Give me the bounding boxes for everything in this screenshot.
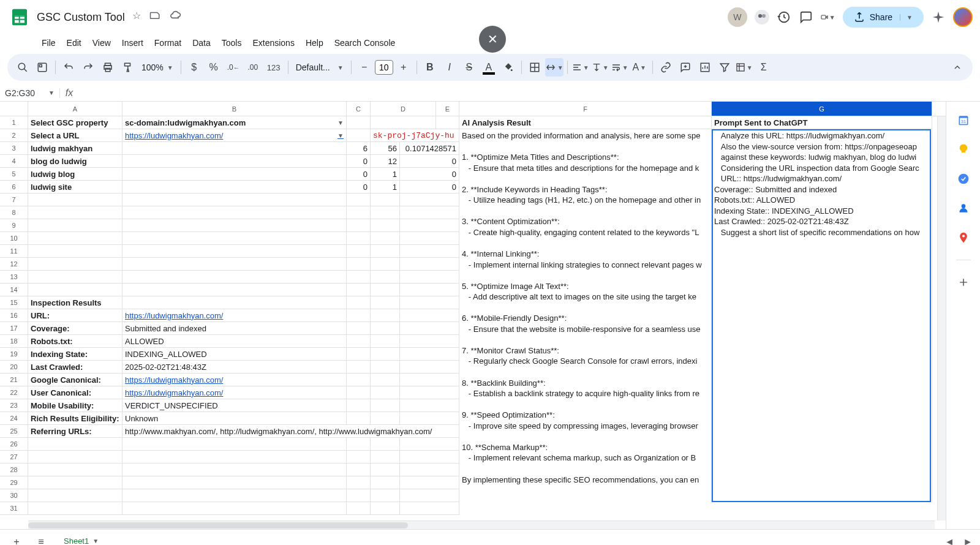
cell[interactable]: 0 [400,155,459,168]
cell[interactable] [400,361,459,374]
cell[interactable] [123,168,347,181]
cell[interactable] [28,284,123,296]
tab-scroll-right-icon[interactable]: ► [963,536,973,546]
cell[interactable] [400,309,459,322]
cell[interactable]: Select a URL [28,129,123,142]
cell[interactable]: AI Analysis Result [459,116,712,129]
cell[interactable] [371,219,400,232]
cell[interactable] [123,284,347,296]
row-header[interactable]: 12 [0,258,28,271]
row-header[interactable]: 31 [0,502,28,515]
cell[interactable] [371,412,400,425]
horizontal-scrollbar[interactable] [28,521,935,529]
comment-add-icon[interactable] [676,58,695,77]
cell[interactable] [400,451,459,464]
anonymous-collab-icon[interactable] [755,10,769,24]
row-header[interactable]: 4 [0,155,28,168]
cell[interactable] [28,464,123,476]
cell[interactable] [371,284,400,296]
cell[interactable] [347,386,371,399]
cell[interactable]: ludwig makhyan [28,142,123,155]
col-header-B[interactable]: B [123,102,347,116]
cell[interactable] [347,284,371,296]
sheets-logo[interactable] [7,5,32,29]
cell[interactable] [371,296,400,309]
cell[interactable] [400,412,459,425]
cell[interactable] [400,322,459,335]
col-header-E[interactable]: E [436,102,459,116]
cell[interactable]: Google Canonical: [28,374,123,386]
collaborator-avatar[interactable]: W [728,7,747,27]
cell[interactable]: http://www.makhyan.com/, http://ludwigma… [123,425,459,438]
row-header[interactable]: 7 [0,194,28,206]
cell[interactable] [371,245,400,258]
row-header[interactable]: 11 [0,245,28,258]
cell[interactable] [28,232,123,245]
share-dropdown-icon[interactable]: ▼ [900,14,913,21]
cell[interactable] [347,296,371,309]
cell[interactable] [123,232,347,245]
cell[interactable] [28,502,123,515]
row-header[interactable]: 25 [0,425,28,438]
cell[interactable] [123,155,347,168]
cell[interactable] [436,116,459,129]
cell[interactable] [28,271,123,284]
history-icon[interactable] [777,10,791,24]
cell[interactable] [347,271,371,284]
cell[interactable]: Robots.txt: [28,335,123,348]
cell[interactable]: Inspection Results [28,296,123,309]
cell[interactable] [347,322,371,335]
cell[interactable] [123,476,347,489]
menu-help[interactable]: Help [301,36,328,50]
cell[interactable] [400,296,459,309]
cell[interactable] [347,412,371,425]
cell[interactable] [347,489,371,502]
cell[interactable] [123,245,347,258]
cell[interactable]: Indexing State: [28,348,123,361]
cell[interactable] [400,284,459,296]
cell[interactable]: Based on the provided information and an… [459,129,712,503]
cell[interactable]: 2025-02-02T21:48:43Z [123,361,347,374]
menu-format[interactable]: Format [149,36,186,50]
cell[interactable]: https://ludwigmakhyan.com/ [123,386,347,399]
cell[interactable] [371,476,400,489]
font-size-input[interactable] [375,60,393,75]
row-header[interactable]: 29 [0,476,28,489]
cell[interactable]: Prompt Sent to ChatGPT [712,116,932,129]
cell[interactable]: Referring URLs: [28,425,123,438]
cell[interactable] [371,374,400,386]
cell[interactable] [28,489,123,502]
cell[interactable] [400,245,459,258]
cell[interactable]: 0 [347,181,371,194]
star-icon[interactable]: ☆ [132,10,141,24]
collapse-toolbar-icon[interactable] [948,58,967,77]
print-icon[interactable] [99,58,117,77]
cell[interactable] [400,464,459,476]
cell[interactable] [400,206,459,219]
row-header[interactable]: 5 [0,168,28,181]
cell[interactable] [123,206,347,219]
share-button[interactable]: Share ▼ [843,7,924,28]
all-sheets-icon[interactable]: ≡ [32,533,50,546]
row-header[interactable]: 22 [0,386,28,399]
row-header[interactable]: 9 [0,219,28,232]
cell[interactable] [123,219,347,232]
row-header[interactable]: 13 [0,271,28,284]
gemini-icon[interactable] [931,10,946,24]
cell[interactable] [28,219,123,232]
document-title[interactable]: GSC Custom Tool [37,11,125,24]
cell[interactable] [123,271,347,284]
bold-icon[interactable]: B [421,58,439,77]
close-overlay-button[interactable]: ✕ [479,26,506,53]
cell[interactable] [400,399,459,412]
fill-color-icon[interactable] [499,58,518,77]
menu-view[interactable]: View [88,36,116,50]
row-header[interactable]: 24 [0,412,28,425]
cell[interactable] [123,296,347,309]
cell[interactable] [347,206,371,219]
cell[interactable] [347,399,371,412]
redo-icon[interactable] [79,58,97,77]
font-family-select[interactable]: Default...▼ [292,62,347,72]
cell[interactable] [371,232,400,245]
cell[interactable] [347,245,371,258]
